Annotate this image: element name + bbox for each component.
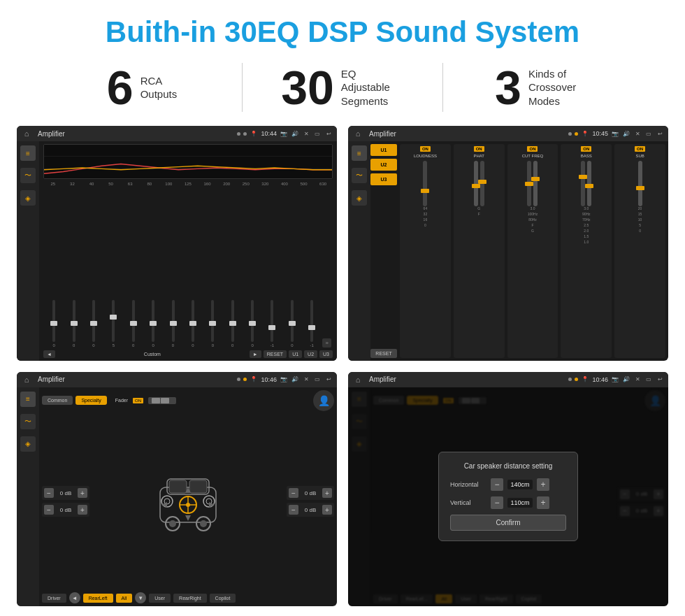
cross-fader-bar[interactable] (148, 397, 176, 404)
eq-freq-labels: 25 32 40 50 63 80 100 125 160 200 250 32… (43, 182, 333, 186)
cross-rearright-btn[interactable]: RearRight (173, 594, 207, 603)
eq-u3-button[interactable]: U3 (319, 350, 333, 358)
eq-track-3[interactable] (92, 300, 95, 342)
freq-40: 40 (82, 182, 101, 186)
cross-plus-2[interactable]: + (78, 505, 87, 515)
eq-track-9[interactable] (211, 300, 214, 342)
phat-slider-g[interactable] (474, 161, 478, 206)
cross-sidebar-icon-3[interactable]: ◈ (20, 436, 36, 452)
cross-tab-common[interactable]: Common (42, 396, 73, 405)
cutfreq-slider-f[interactable] (527, 161, 531, 206)
amp-u2-btn[interactable]: U2 (370, 159, 397, 171)
cross-dot-1 (237, 378, 240, 381)
cross-all-btn[interactable]: All (116, 594, 133, 603)
cross-copilot-btn[interactable]: Copilot (210, 594, 236, 603)
eq-track-2[interactable] (73, 300, 75, 342)
stat-crossover-number: 3 (495, 64, 521, 111)
eq-track-11[interactable] (251, 300, 254, 342)
eq-sidebar-icon-3[interactable]: ◈ (20, 190, 36, 206)
dist-horizontal-minus[interactable]: − (491, 478, 503, 491)
stat-crossover-label: Kinds ofCrossover Modes (528, 67, 591, 108)
sub-slider[interactable] (638, 161, 642, 206)
eq-sliders-row: 0 0 0 5 (43, 189, 333, 348)
cross-content: ≡ 〜 ◈ Common Specialty Fader ON 👤 (17, 387, 337, 607)
cross-minus-3[interactable]: − (289, 488, 298, 498)
freq-630: 630 (313, 182, 333, 186)
eq-track-12[interactable] (271, 300, 273, 342)
cross-plus-1[interactable]: + (78, 488, 87, 498)
eq-track-4[interactable] (112, 300, 115, 342)
amp-u3-btn[interactable]: U3 (370, 173, 397, 185)
eq-next-btn[interactable]: » (322, 338, 331, 348)
amp-sidebar-icon-1[interactable]: ≡ (352, 145, 367, 161)
amp-reset-btn[interactable]: RESET (370, 349, 397, 358)
dist-home-icon[interactable]: ⌂ (352, 374, 363, 385)
dist-back-icon[interactable]: ↩ (656, 375, 664, 384)
eq-track-14[interactable] (310, 300, 313, 342)
amp-cam-icon: 📷 (611, 129, 619, 138)
dist-vol-icon: 🔊 (622, 375, 630, 384)
eq-track-7[interactable] (172, 300, 175, 342)
eq-track-10[interactable] (231, 300, 234, 342)
home-icon[interactable]: ⌂ (21, 128, 32, 139)
bass-slider-g[interactable] (587, 161, 591, 206)
eq-prev-button[interactable]: ◄ (43, 350, 55, 358)
cross-arrow-down[interactable]: ▼ (135, 592, 146, 603)
cutfreq-label: CUT FREQ (522, 154, 544, 158)
cross-plus-3[interactable]: + (322, 488, 332, 498)
eq-track-8[interactable] (192, 300, 194, 342)
sub-val-4: 5 (639, 223, 641, 227)
eq-sidebar-icon-1[interactable]: ≡ (20, 145, 36, 161)
cross-sidebar-icon-1[interactable]: ≡ (20, 392, 36, 407)
dist-cam-icon: 📷 (611, 375, 619, 384)
eq-track-13[interactable] (291, 300, 294, 342)
eq-u1-button[interactable]: U1 (289, 350, 302, 358)
cross-tab-specialty[interactable]: Specialty (75, 396, 106, 405)
bass-val-2: 90Hz (582, 212, 591, 216)
cross-minus-4[interactable]: − (289, 505, 298, 515)
eq-u2-button[interactable]: U2 (304, 350, 317, 358)
phat-slider-f[interactable] (480, 161, 484, 206)
cross-db-row-2: − 0 dB + (42, 503, 89, 517)
amp-back-icon[interactable]: ↩ (656, 129, 664, 138)
cross-minus-2[interactable]: − (44, 505, 54, 515)
cross-user-icon[interactable]: 👤 (313, 390, 334, 411)
dist-vertical-plus[interactable]: + (537, 496, 549, 509)
amp-sidebar-icon-3[interactable]: ◈ (352, 190, 367, 206)
eq-val-4: 5 (113, 343, 115, 348)
dist-confirm-button[interactable]: Confirm (450, 515, 566, 531)
phat-f-label: F (478, 212, 480, 216)
amp-sidebar-icon-2[interactable]: 〜 (352, 168, 367, 183)
svg-marker-22 (161, 502, 167, 508)
eq-play-button[interactable]: ► (250, 350, 261, 358)
cutfreq-slider-g[interactable] (533, 161, 538, 206)
cross-rearleft-btn[interactable]: RearLeft (83, 594, 113, 603)
eq-track-6[interactable] (152, 300, 154, 342)
cross-plus-4[interactable]: + (322, 505, 332, 515)
cross-user-btn[interactable]: User (149, 594, 171, 603)
eq-track-5[interactable] (132, 300, 135, 342)
cutfreq-val-3: 80Hz (528, 217, 537, 222)
cross-driver-btn[interactable]: Driver (42, 594, 66, 603)
eq-track-1[interactable] (52, 300, 55, 342)
amp-home-icon[interactable]: ⌂ (352, 128, 363, 139)
eq-reset-button[interactable]: RESET (264, 350, 287, 358)
dist-horizontal-plus[interactable]: + (537, 478, 549, 491)
cross-arrow-left[interactable]: ◄ (69, 592, 80, 603)
eq-sidebar-icon-2[interactable]: 〜 (20, 168, 36, 183)
eq-val-14: -1 (310, 343, 314, 348)
cross-sidebar-icon-2[interactable]: 〜 (20, 414, 36, 429)
cross-back-icon[interactable]: ↩ (324, 375, 333, 384)
sub-values: 20 15 10 5 0 (638, 206, 642, 233)
dist-time: 10:46 (592, 376, 608, 383)
eq-val-6: 0 (152, 343, 154, 348)
eq-val-9: 0 (212, 343, 214, 348)
cross-home-icon[interactable]: ⌂ (21, 374, 32, 385)
loudness-slider[interactable] (423, 161, 427, 206)
dist-vertical-minus[interactable]: − (491, 496, 503, 509)
amp-u1-btn[interactable]: U1 (370, 144, 397, 156)
eq-val-3: 0 (92, 343, 94, 348)
back-icon[interactable]: ↩ (324, 129, 333, 138)
eq-val-11: 0 (251, 343, 253, 348)
cross-minus-1[interactable]: − (44, 488, 54, 498)
